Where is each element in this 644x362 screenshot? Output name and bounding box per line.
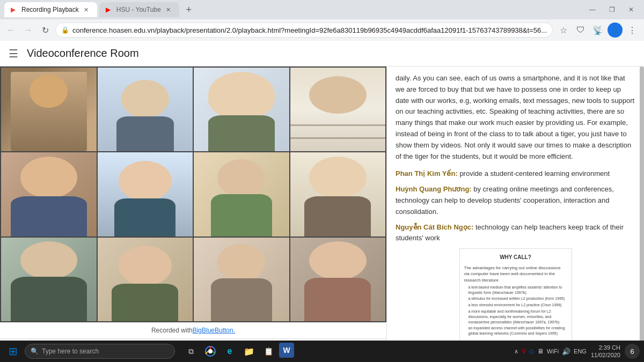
menu-icon[interactable]: ⋮ xyxy=(625,23,640,38)
toolbar-icons: ☆ 🛡 📡 👤 ⋮ xyxy=(556,23,640,38)
dropbox-icon: ◇ xyxy=(529,348,534,355)
youtube-tab-close[interactable]: ✕ xyxy=(164,5,173,14)
recording-tab-close[interactable]: ✕ xyxy=(82,5,91,14)
taskbar-right: ∧ V ◇ 🖥 WiFi 🔊 ENG 2:39 CH 11/02/2020 6 xyxy=(514,344,640,359)
video-cell-2 xyxy=(194,68,289,151)
video-grid xyxy=(0,67,386,322)
chrome-app[interactable] xyxy=(202,343,219,360)
slide-bullet-3: a less stressful environment for L2 prac… xyxy=(464,302,567,308)
page-header: ☰ Videoconference Room xyxy=(0,41,644,67)
video-cell-5 xyxy=(98,152,193,236)
browser-chrome: ▶ Recording Playback ✕ ▶ HSU - YouTube ✕… xyxy=(0,0,644,41)
slide-title: WHY CALL? xyxy=(464,253,567,262)
speaker-2: Nguyễn Cát Bích Ngọc: technology can hel… xyxy=(396,222,635,245)
files-app[interactable]: 📁 xyxy=(240,343,258,360)
video-cell-6 xyxy=(194,152,289,236)
video-section: Recorded with BigBlueButton. ⏸ 57:24 ⛶ ⚙… xyxy=(0,67,386,362)
viet-flag-icon: V xyxy=(522,348,526,355)
cast-icon[interactable]: 📡 xyxy=(590,23,605,38)
word-app[interactable]: W xyxy=(279,343,294,358)
page-title: Videoconference Room xyxy=(27,47,139,60)
recorded-text: Recorded with BigBlueButton. xyxy=(0,322,386,338)
video-cell-4 xyxy=(1,152,97,236)
bookmark-icon[interactable]: ☆ xyxy=(556,23,571,38)
start-button[interactable]: ⊞ xyxy=(4,343,21,360)
youtube-favicon: ▶ xyxy=(106,6,113,13)
eng-label: ENG xyxy=(574,348,587,354)
search-icon: 🔍 xyxy=(31,348,39,355)
transcript-main-text: daily. As you can see, each of us owns a… xyxy=(396,73,635,162)
taskbar-apps: ⧉ e 📁 📋 W xyxy=(182,343,294,360)
video-cell-8 xyxy=(1,238,97,321)
search-placeholder: Type here to search xyxy=(42,348,99,355)
computer-icon: 🖥 xyxy=(537,348,544,355)
speaker-1-name: Huỳnh Quang Phương: xyxy=(396,185,472,193)
task-view-button[interactable]: ⧉ xyxy=(182,343,200,360)
forward-button[interactable]: → xyxy=(21,23,35,38)
shield-icon[interactable]: 🛡 xyxy=(573,23,588,38)
address-bar: ← → ↻ 🔒 conference.hoasen.edu.vn/playbac… xyxy=(0,19,644,41)
main-area: Recorded with BigBlueButton. ⏸ 57:24 ⛶ ⚙… xyxy=(0,67,644,362)
slide-content: The advantages for carrying out online d… xyxy=(464,265,567,336)
volume-icon[interactable]: 🔊 xyxy=(562,348,570,356)
slide-bullet-2: a stimulus for increased written L2 prod… xyxy=(464,296,567,301)
slide-bullet-1: a text-based medium that amplifies stude… xyxy=(464,285,567,295)
notification-badge[interactable]: 6 xyxy=(625,344,640,359)
recording-tab-title: Recording Playback xyxy=(21,6,79,13)
taskbar-time: 2:39 CH 11/02/2020 xyxy=(591,344,620,359)
tab-bar: ▶ Recording Playback ✕ ▶ HSU - YouTube ✕… xyxy=(0,0,644,19)
video-cell-1 xyxy=(98,68,193,151)
tray-arrow[interactable]: ∧ xyxy=(514,348,518,355)
video-cell-3 xyxy=(290,68,386,151)
speaker-1: Huỳnh Quang Phương: by creating online m… xyxy=(396,184,635,217)
video-cell-9 xyxy=(98,238,193,321)
video-cell-11 xyxy=(290,238,386,321)
window-controls: — ❐ ✕ xyxy=(584,2,640,17)
tab-recording[interactable]: ▶ Recording Playback ✕ xyxy=(4,2,97,17)
slide-preview: WHY CALL? The advantages for carrying ou… xyxy=(459,248,572,342)
office-app[interactable]: 📋 xyxy=(260,343,277,360)
youtube-tab-title: HSU - YouTube xyxy=(116,6,161,13)
time-text: 2:39 CH xyxy=(591,344,620,351)
close-button[interactable]: ✕ xyxy=(623,2,640,17)
speaker-0-name: Phan Thị Kim Yến: xyxy=(396,169,458,178)
date-text: 11/02/2020 xyxy=(591,351,620,359)
tab-youtube[interactable]: ▶ HSU - YouTube ✕ xyxy=(99,2,179,17)
url-bar[interactable]: 🔒 conference.hoasen.edu.vn/playback/pres… xyxy=(55,23,553,38)
right-panel: daily. As you can see, each of us owns a… xyxy=(386,67,644,362)
page-content: ☰ Videoconference Room xyxy=(0,41,644,362)
profile-icon[interactable]: 👤 xyxy=(608,23,623,38)
video-cell-0 xyxy=(1,68,97,151)
slide-bullet-0: The advantages for carrying out online d… xyxy=(464,265,567,283)
edge-app[interactable]: e xyxy=(221,343,238,360)
svg-point-1 xyxy=(208,349,213,353)
maximize-button[interactable]: ❐ xyxy=(603,2,620,17)
right-panel-scrollbar[interactable] xyxy=(640,67,644,362)
transcript-area[interactable]: daily. As you can see, each of us owns a… xyxy=(387,67,644,362)
sys-tray-icons: ∧ V ◇ 🖥 WiFi 🔊 ENG xyxy=(514,348,587,356)
url-text: conference.hoasen.edu.vn/playback/presen… xyxy=(72,26,547,34)
minimize-button[interactable]: — xyxy=(584,2,601,17)
video-cell-7 xyxy=(290,152,386,236)
video-grid-container: Recorded with BigBlueButton. xyxy=(0,67,386,338)
taskbar: ⊞ 🔍 Type here to search ⧉ e 📁 📋 W ∧ V xyxy=(0,341,644,362)
video-cell-10 xyxy=(194,238,289,321)
speaker-2-name: Nguyễn Cát Bích Ngọc: xyxy=(396,223,473,231)
taskbar-search[interactable]: 🔍 Type here to search xyxy=(25,344,175,359)
speaker-0: Phan Thị Kim Yến: provide a student-cent… xyxy=(396,168,635,180)
new-tab-button[interactable]: + xyxy=(181,2,196,17)
speaker-0-text: provide a student-centered learning envi… xyxy=(459,169,610,178)
refresh-button[interactable]: ↻ xyxy=(38,23,52,38)
back-button[interactable]: ← xyxy=(4,23,18,38)
hamburger-menu[interactable]: ☰ xyxy=(9,47,18,60)
bigbluebutton-link[interactable]: BigBlueButton. xyxy=(193,327,235,334)
wifi-icon: WiFi xyxy=(547,348,559,354)
slide-bullet-4: a more equitable and nonthreatening foru… xyxy=(464,309,567,324)
lock-icon: 🔒 xyxy=(61,26,69,34)
scrollbar-thumb[interactable] xyxy=(640,67,644,362)
recording-favicon: ▶ xyxy=(11,6,18,13)
slide-bullet-5: an expanded access channel with possibil… xyxy=(464,326,567,336)
